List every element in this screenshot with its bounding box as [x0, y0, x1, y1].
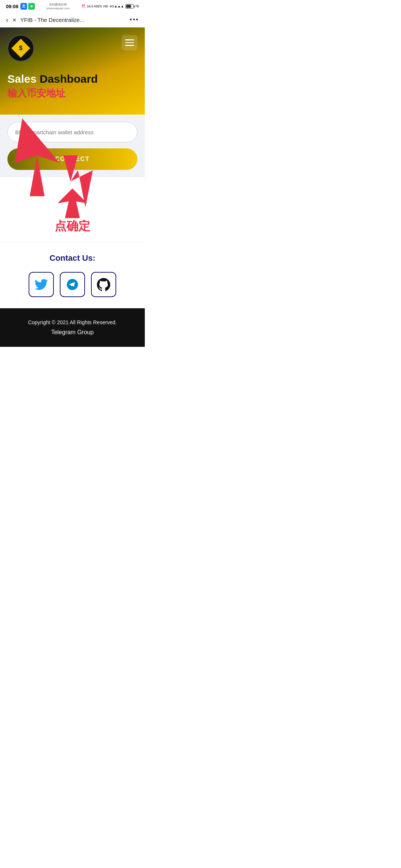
telegram-icon	[66, 279, 79, 290]
footer-copyright: Copyright © 2021 All Rights Reserved.	[7, 319, 137, 325]
speed-text: 16.0 KB/S	[87, 4, 102, 8]
title-white: Sales	[7, 73, 40, 85]
hamburger-line-1	[125, 39, 134, 40]
github-icon	[97, 278, 110, 291]
status-center: 首码圈项目网 shoumaquan.com	[46, 3, 70, 10]
logo	[7, 35, 34, 62]
battery-percent: 78	[135, 4, 139, 8]
logo-inner	[12, 39, 30, 57]
status-right: ⏰ 16.0 KB/S HD 4G▲▲▲ 78	[81, 4, 139, 9]
battery-indicator	[125, 4, 134, 9]
site-sub: shoumaquan.com	[46, 7, 70, 10]
logo-diamond	[12, 39, 30, 58]
hero-title-text: Sales Dashboard	[7, 73, 137, 85]
signal-4g: 4G▲▲▲	[110, 4, 124, 8]
green-icon: ⊕	[28, 3, 35, 10]
github-button[interactable]	[91, 272, 116, 297]
hero-header	[7, 35, 137, 62]
social-icons	[7, 272, 137, 297]
connect-button[interactable]: CONNECT	[7, 148, 137, 170]
confirm-text: 点确定	[7, 218, 137, 234]
site-name: 首码圈项目网	[49, 3, 67, 7]
annotation-section: 点确定	[0, 177, 145, 242]
twitter-button[interactable]	[29, 272, 54, 297]
hero-section: Sales Dashboard 输入币安地址	[0, 27, 145, 115]
contact-title: Contact Us:	[7, 253, 137, 263]
hamburger-line-3	[125, 45, 134, 46]
browser-bar: ‹ ✕ YFIB - The Decentralize... •••	[0, 13, 145, 27]
alipay-icon: 支	[20, 3, 27, 10]
input-section: CONNECT	[0, 115, 145, 177]
hamburger-line-2	[125, 42, 134, 43]
contact-section: Contact Us:	[0, 242, 145, 308]
wallet-address-input[interactable]	[7, 122, 137, 142]
back-button[interactable]: ‹	[6, 16, 9, 24]
hamburger-menu[interactable]	[122, 35, 137, 50]
close-button[interactable]: ✕	[12, 17, 17, 23]
status-bar: 09:08 支 ⊕ 首码圈项目网 shoumaquan.com ⏰ 16.0 K…	[0, 0, 145, 13]
footer-telegram-group[interactable]: Telegram Group	[7, 329, 137, 336]
input-arrows-section: CONNECT	[0, 115, 145, 177]
hero-subtitle: 输入币安地址	[7, 87, 137, 100]
telegram-button[interactable]	[60, 272, 85, 297]
footer: Copyright © 2021 All Rights Reserved. Te…	[0, 308, 145, 347]
confirm-arrow	[35, 188, 110, 218]
hero-title: Sales Dashboard 输入币安地址	[7, 73, 137, 100]
browser-title: YFIB - The Decentralize...	[20, 17, 126, 23]
browser-menu-button[interactable]: •••	[130, 16, 139, 24]
status-time: 09:08	[6, 4, 18, 9]
alarm-icon: ⏰	[81, 4, 85, 8]
title-bold: Dashboard	[40, 73, 98, 85]
svg-marker-2	[58, 188, 87, 218]
hd-badge: HD	[103, 4, 108, 8]
twitter-icon	[35, 279, 48, 290]
